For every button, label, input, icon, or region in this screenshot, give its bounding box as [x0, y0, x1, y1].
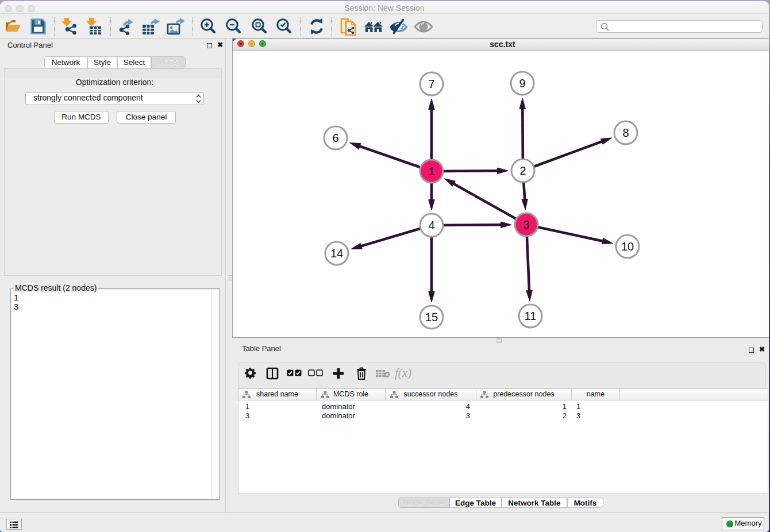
svg-text:15: 15 — [425, 311, 438, 323]
svg-text:7: 7 — [428, 78, 434, 90]
svg-text:4: 4 — [428, 219, 434, 232]
svg-text:2: 2 — [519, 164, 526, 177]
svg-text:8: 8 — [622, 126, 629, 139]
svg-text:11: 11 — [525, 310, 537, 322]
svg-text:1: 1 — [428, 165, 434, 178]
svg-text:9: 9 — [519, 77, 525, 90]
svg-text:10: 10 — [621, 240, 634, 253]
svg-text:3: 3 — [523, 218, 529, 231]
svg-text:14: 14 — [330, 247, 343, 260]
svg-text:6: 6 — [332, 132, 338, 144]
